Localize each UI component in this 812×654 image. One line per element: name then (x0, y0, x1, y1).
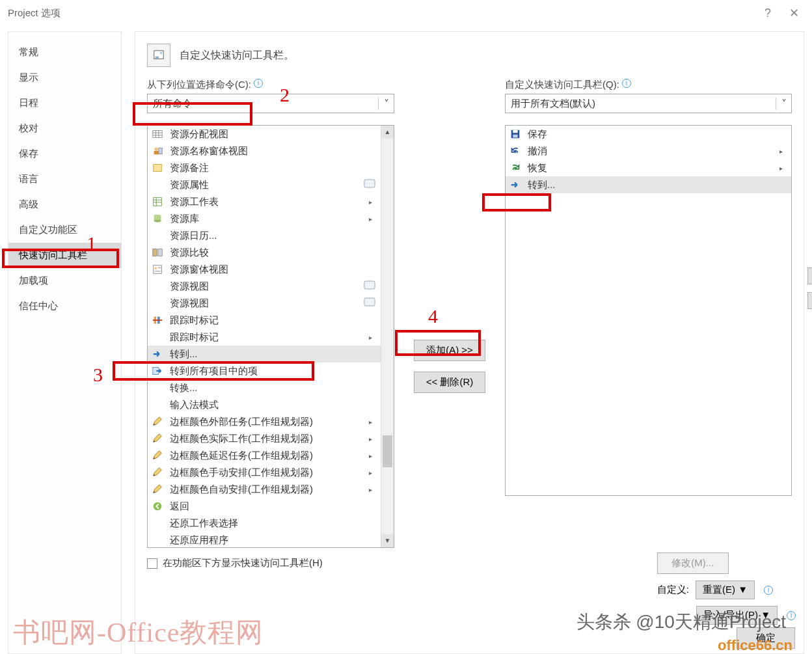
qat-item[interactable]: 恢复▸ (506, 159, 791, 176)
content-panel: 自定义快速访问工具栏。 从下列位置选择命令(C):i 所有命令 ˅ 资源分配视图… (135, 31, 804, 654)
dropdown-selected: 所有命令 (148, 98, 378, 110)
scroll-thumb[interactable] (383, 435, 392, 467)
command-item[interactable]: 输入法模式 (148, 396, 381, 413)
choose-commands-label: 从下列位置选择命令(C): (147, 79, 251, 91)
reset-dropdown-button[interactable]: 重置(E) ▼ (696, 580, 755, 599)
sidebar-item-3[interactable]: 校对 (8, 116, 121, 141)
command-item[interactable]: 边框颜色外部任务(工作组规划器)▸ (148, 413, 381, 430)
import-export-dropdown-button[interactable]: 导入/导出(P) ▼ (696, 606, 778, 625)
command-label: 边框颜色自动安排(工作组规划器) (170, 484, 369, 496)
pen-icon (150, 466, 165, 479)
sidebar-item-6[interactable]: 高级 (8, 192, 121, 217)
blank-icon (150, 331, 165, 344)
sidebar-item-7[interactable]: 自定义功能区 (8, 217, 121, 243)
command-item[interactable]: 资源窗体视图 (148, 261, 381, 278)
svg-point-16 (155, 267, 157, 269)
svg-rect-7 (154, 165, 162, 172)
svg-rect-17 (158, 267, 161, 268)
qat-item[interactable]: 转到... (506, 176, 791, 193)
sidebar-item-10[interactable]: 信任中心 (8, 293, 121, 319)
command-item[interactable]: 资源日历... (148, 227, 381, 244)
command-label: 转到... (170, 348, 378, 361)
track-icon (150, 314, 165, 327)
command-item[interactable]: 边框颜色实际工作(工作组规划器)▸ (148, 430, 381, 447)
command-item[interactable]: 转换... (148, 379, 381, 396)
svg-point-4 (155, 148, 158, 151)
command-item[interactable]: 资源库▸ (148, 210, 381, 227)
command-item[interactable]: 转到所有项目中的项 (148, 362, 381, 379)
svg-rect-29 (513, 135, 517, 138)
show-below-ribbon-checkbox[interactable] (147, 558, 157, 569)
scroll-up-button[interactable]: ▲ (381, 126, 394, 139)
command-label: 边框颜色实际工作(工作组规划器) (170, 433, 369, 445)
command-item[interactable]: 边框颜色手动安排(工作组规划器)▸ (148, 464, 381, 481)
scroll-down-button[interactable]: ▼ (381, 534, 394, 547)
window-title: Project 选项 (5, 7, 755, 20)
gotoall-icon (150, 364, 165, 377)
blank-icon (150, 297, 165, 310)
remove-button[interactable]: << 删除(R) (414, 372, 485, 393)
submenu-indicator-icon: ▸ (369, 418, 378, 426)
scrollbar[interactable]: ▲ ▼ (381, 126, 394, 547)
command-item[interactable]: 边框颜色延迟任务(工作组规划器)▸ (148, 447, 381, 464)
command-item[interactable]: 还原工作表选择 (148, 515, 381, 532)
move-down-button[interactable]: ▼ (807, 292, 812, 309)
command-label: 资源视图 (170, 297, 364, 310)
close-button[interactable]: ✕ (781, 6, 807, 20)
svg-rect-3 (153, 131, 162, 138)
command-label: 资源视图 (170, 280, 364, 293)
sidebar-item-2[interactable]: 日程 (8, 90, 121, 116)
command-item[interactable]: 资源分配视图 (148, 126, 381, 143)
command-item[interactable]: 跟踪时标记▸ (148, 329, 381, 346)
command-item[interactable]: 资源名称窗体视图 (148, 143, 381, 159)
command-label: 输入法模式 (170, 399, 378, 411)
command-item[interactable]: 资源属性 (148, 176, 381, 193)
pen-icon (150, 432, 165, 445)
command-item[interactable]: 跟踪时标记 (148, 312, 381, 329)
command-label: 资源库 (170, 213, 369, 225)
goto-icon (508, 178, 522, 191)
sidebar-item-8[interactable]: 快速访问工具栏 (8, 243, 121, 268)
pen-icon (150, 415, 165, 428)
available-commands-list[interactable]: 资源分配视图资源名称窗体视图资源备注资源属性资源工作表▸资源库▸资源日历...资… (147, 125, 394, 548)
svg-rect-8 (364, 180, 375, 187)
help-button[interactable]: ? (755, 7, 781, 20)
blank-icon (150, 398, 165, 411)
move-up-button[interactable]: ▲ (807, 267, 812, 284)
titlebar: Project 选项 ? ✕ (0, 0, 812, 26)
note-icon (150, 161, 165, 174)
target-dropdown[interactable]: 用于所有文档(默认) ˅ (505, 94, 792, 113)
command-item[interactable]: 边框颜色自动安排(工作组规划器)▸ (148, 481, 381, 498)
svg-rect-9 (154, 198, 162, 206)
sidebar-item-5[interactable]: 语言 (8, 167, 121, 192)
command-item[interactable]: 转到... (148, 346, 381, 362)
command-item[interactable]: 资源工作表▸ (148, 193, 381, 210)
user-icon (150, 144, 165, 157)
qat-item-label: 保存 (528, 128, 789, 141)
db-icon (150, 212, 165, 225)
sidebar-item-4[interactable]: 保存 (8, 141, 121, 167)
undo-icon (508, 144, 522, 157)
command-label: 资源备注 (170, 162, 378, 174)
command-item[interactable]: 资源备注 (148, 159, 381, 176)
add-button[interactable]: 添加(A) >> (414, 340, 485, 361)
sidebar-item-0[interactable]: 常规 (8, 40, 121, 65)
command-item[interactable]: 资源视图 (148, 278, 381, 295)
qat-item[interactable]: 撤消▸ (506, 143, 791, 159)
command-item[interactable]: 还原应用程序 (148, 532, 381, 548)
command-item[interactable]: 返回 (148, 498, 381, 515)
sidebar-item-1[interactable]: 显示 (8, 65, 121, 90)
qat-item-label: 撤消 (528, 145, 779, 157)
command-label: 资源比较 (170, 247, 378, 259)
command-item[interactable]: 资源视图 (148, 295, 381, 312)
sidebar-item-9[interactable]: 加载项 (8, 268, 121, 293)
badge-icon (364, 297, 378, 309)
qat-item[interactable]: 保存 (506, 126, 791, 143)
command-label: 资源分配视图 (170, 128, 378, 141)
command-item[interactable]: 资源比较 (148, 244, 381, 261)
commands-source-dropdown[interactable]: 所有命令 ˅ (147, 94, 394, 113)
chevron-down-icon: ˅ (378, 98, 394, 110)
qat-commands-list[interactable]: 保存撤消▸恢复▸转到... (505, 125, 792, 496)
ok-button[interactable]: 确定 (737, 627, 795, 649)
blank-icon (150, 178, 165, 191)
